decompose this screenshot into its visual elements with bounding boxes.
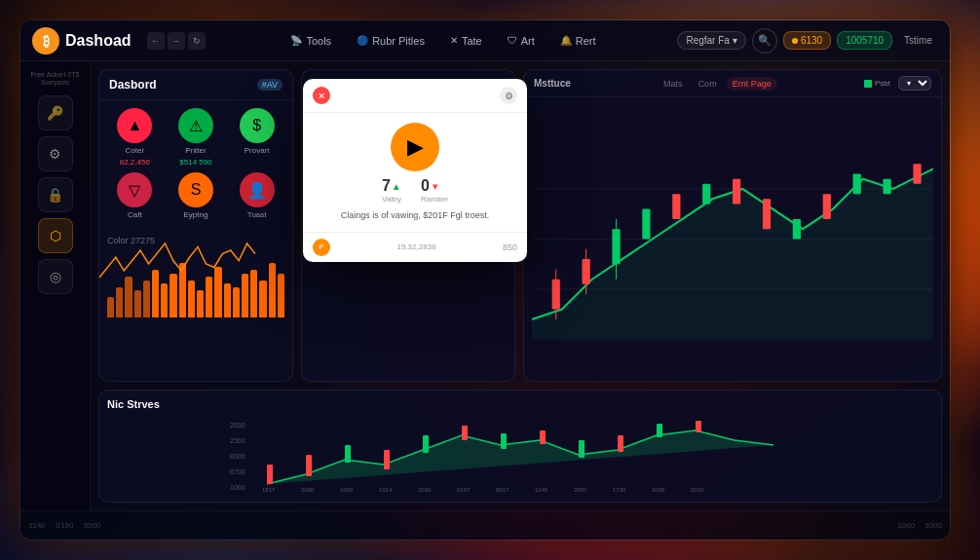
svg-text:2500: 2500 — [230, 437, 245, 444]
svg-rect-32 — [501, 433, 507, 449]
bottom-num-0: 3140 — [28, 521, 46, 530]
tools-icon: 📡 — [290, 35, 302, 46]
svg-rect-13 — [733, 179, 740, 205]
nav-arrows: ← → ↻ — [147, 32, 206, 50]
dashboard-badge: #AV — [257, 79, 283, 91]
crypto-provart[interactable]: $ Provart — [229, 108, 284, 167]
svg-text:2000: 2000 — [301, 487, 315, 493]
popup-footer: P 19,32,2838 850 — [303, 232, 527, 262]
tab-mats[interactable]: Mats — [658, 77, 689, 91]
svg-rect-28 — [345, 445, 351, 463]
popup-user-avatar: P — [313, 239, 330, 256]
legend-psbt: Psbt — [864, 79, 890, 88]
svg-text:1014: 1014 — [379, 487, 393, 493]
logo-area: ₿ Dashoad — [32, 27, 132, 55]
popup-settings-btn[interactable]: ⚙ — [500, 87, 517, 104]
eyptng-name: Eyptng — [184, 210, 208, 219]
chart-dropdown[interactable]: ▾ — [898, 76, 931, 91]
header-right: Regfar Fa ▾ 🔍 6130 1005710 Tstime — [677, 28, 938, 54]
chart-panel-title: Msttuce — [534, 78, 571, 89]
svg-text:1000: 1000 — [230, 484, 245, 491]
svg-marker-25 — [267, 430, 773, 484]
candlestick-svg — [532, 105, 933, 373]
crypto-grid: ▲ Coter 82,2,456 ⚠ Pntter $514 590 $ Pro… — [99, 100, 292, 230]
content-area: Dasbord #AV ▲ Coter 82,2,456 ⚠ Pntter $5… — [91, 61, 950, 510]
tuast-avatar: 👤 — [240, 172, 275, 207]
popup-body: ▶ 7 ▴ Valtry 0 ▾ — [303, 113, 527, 232]
tate-icon: ✕ — [450, 35, 458, 46]
crypto-eyptng[interactable]: S Eyptng — [169, 172, 224, 222]
nic-stores-panel: Nic Strves 2830 2500 8000 6700 1000 — [98, 390, 942, 503]
sidebar-key-btn[interactable]: 🔑 — [38, 95, 73, 131]
back-nav[interactable]: ← — [147, 32, 165, 50]
bar-19 — [278, 274, 284, 318]
stat-label-1: Ramiter — [421, 195, 448, 204]
bar-5 — [152, 270, 159, 317]
bar-3 — [134, 290, 141, 317]
crypto-coter[interactable]: ▲ Coter 82,2,456 — [107, 108, 163, 167]
pntter-price: $514 590 — [179, 158, 211, 167]
tab-rert[interactable]: 🔔 Rert — [549, 30, 607, 52]
crypto-tuast[interactable]: 👤 Tuast — [229, 172, 284, 222]
green-value: 1005710 — [846, 35, 884, 46]
chart-panel-header: Msttuce Mats Com Ernt Page Psbt — [524, 70, 941, 97]
popup-stats-row: 7 ▴ Valtry 0 ▾ Ramiter — [313, 177, 517, 204]
popup-stat-0: 7 ▴ Valtry — [382, 177, 401, 204]
nic-stores-title: Nic Strves — [107, 398, 933, 410]
svg-rect-10 — [642, 209, 650, 240]
tuast-name: Tuast — [247, 210, 267, 219]
svg-text:6700: 6700 — [230, 468, 245, 475]
provart-avatar: $ — [240, 108, 275, 143]
reload-nav[interactable]: ↻ — [188, 32, 206, 50]
svg-rect-27 — [306, 455, 312, 476]
tab-ernt[interactable]: Ernt Page — [727, 77, 777, 91]
popup-close-btn[interactable]: ✕ — [313, 87, 330, 104]
chart-panel: Msttuce Mats Com Ernt Page Psbt — [523, 69, 942, 382]
svg-text:1045: 1045 — [535, 487, 548, 493]
crypto-pntter[interactable]: ⚠ Pntter $514 590 — [169, 108, 224, 167]
search-button[interactable]: 🔍 — [752, 28, 777, 54]
svg-rect-31 — [462, 426, 468, 440]
pntter-name: Pntter — [185, 146, 206, 155]
right-label[interactable]: Tstime — [898, 32, 938, 49]
svg-text:2000: 2000 — [652, 487, 665, 493]
pntter-avatar: ⚠ — [178, 108, 213, 143]
price-dot — [792, 38, 798, 44]
region-select[interactable]: Regfar Fa ▾ — [677, 31, 745, 50]
sidebar-label: Free Ackert 0T5 Sorrysrro — [20, 69, 90, 90]
tab-tools[interactable]: 📡 Tools — [280, 30, 342, 52]
sidebar-network-btn[interactable]: ⬡ — [38, 218, 73, 253]
sidebar-circle-btn[interactable]: ◎ — [38, 259, 73, 294]
main-content: Free Ackert 0T5 Sorrysrro 🔑 ⚙ 🔒 ⬡ ◎ Dasb… — [20, 61, 950, 510]
tab-rubr[interactable]: 🔵 Rubr Pitles — [346, 30, 435, 52]
svg-text:8000: 8000 — [230, 453, 245, 460]
provart-name: Provart — [245, 146, 270, 155]
sidebar-lock-btn[interactable]: 🔒 — [38, 177, 73, 212]
tab-rubr-label: Rubr Pitles — [372, 35, 425, 47]
tab-tate[interactable]: ✕ Tate — [439, 30, 493, 52]
nic-chart-svg: 2830 2500 8000 6700 1000 — [107, 416, 933, 494]
svg-text:6107: 6107 — [457, 487, 471, 493]
tab-art[interactable]: 🛡 Art — [497, 30, 546, 52]
svg-rect-36 — [657, 424, 662, 437]
svg-rect-11 — [672, 194, 680, 219]
app-container: ₿ Dashoad ← → ↻ 📡 Tools 🔵 Rubr Pitles ✕ … — [19, 19, 951, 541]
bitcoin-logo: ₿ — [32, 27, 59, 55]
tab-rert-label: Rert — [576, 35, 596, 47]
bar-17 — [259, 280, 266, 318]
svg-rect-16 — [823, 194, 831, 219]
tab-com[interactable]: Com — [693, 77, 723, 91]
svg-rect-34 — [579, 440, 584, 458]
bar-7 — [170, 274, 176, 318]
popup-date: 19,32,2838 — [396, 243, 435, 251]
stat-arrow-down: ▾ — [433, 181, 437, 192]
coter-price: 82,2,456 — [120, 158, 150, 167]
svg-text:2830: 2830 — [230, 422, 245, 429]
crypto-caft[interactable]: ▽ Caft — [107, 172, 163, 222]
bar-18 — [269, 263, 276, 317]
sidebar-settings-btn[interactable]: ⚙ — [38, 136, 73, 171]
forward-nav[interactable]: → — [168, 32, 185, 50]
bar-12 — [214, 267, 221, 318]
svg-rect-19 — [913, 164, 921, 184]
bar-16 — [250, 270, 257, 317]
